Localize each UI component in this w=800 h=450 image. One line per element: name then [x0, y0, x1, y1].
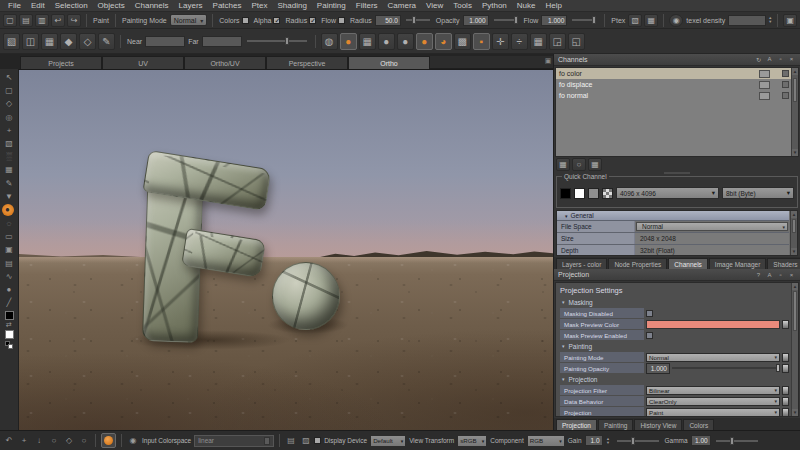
channels-panel-titlebar[interactable]: Channels ↻A▫×: [554, 54, 800, 66]
texel-density-field[interactable]: [728, 15, 766, 26]
opacity-field[interactable]: 1.000: [463, 15, 489, 26]
float-panel-icon[interactable]: ▫: [776, 272, 785, 278]
mirror-y-icon[interactable]: ÷: [511, 33, 528, 50]
shadow-toggle-icon[interactable]: ▦: [359, 33, 376, 50]
slice-tool[interactable]: ╱: [2, 296, 17, 309]
viewport-tab-ortho[interactable]: Ortho: [348, 56, 430, 69]
move-tool[interactable]: +: [2, 124, 17, 137]
dock-tab-channels[interactable]: Channels: [668, 258, 707, 269]
tab-overflow-icon[interactable]: ▣: [543, 57, 553, 67]
channel-row[interactable]: fo normal: [556, 90, 798, 101]
viewport-tab-ortho-uv[interactable]: Ortho/UV: [184, 56, 266, 69]
display-device-dropdown[interactable]: Default▾: [370, 435, 406, 447]
menu-nuke[interactable]: Nuke: [512, 0, 541, 11]
pan-tool[interactable]: ◇: [2, 97, 17, 110]
menu-painting[interactable]: Painting: [312, 0, 351, 11]
paint-target-icon[interactable]: ●: [416, 33, 433, 50]
close-panel-icon[interactable]: ×: [787, 56, 796, 63]
gamma-slider[interactable]: [716, 440, 758, 442]
eraser-tool[interactable]: ▭: [2, 230, 17, 243]
paint-tool[interactable]: ●: [2, 204, 14, 216]
menu-edit[interactable]: Edit: [26, 0, 50, 11]
menu-ptex[interactable]: Ptex: [246, 0, 272, 11]
menu-view[interactable]: View: [421, 0, 448, 11]
snapshot-channel-icon[interactable]: ○: [572, 158, 586, 171]
remove-channel-icon[interactable]: ▦: [588, 158, 602, 171]
ptex-fill-icon[interactable]: ▧: [628, 14, 642, 27]
input-colorspace-field[interactable]: linear: [194, 435, 274, 447]
screenshot-icon[interactable]: ▤: [285, 435, 297, 447]
painting-mode-dropdown[interactable]: Normal▾: [646, 353, 780, 362]
menu-shading[interactable]: Shading: [272, 0, 311, 11]
screen-grid-icon[interactable]: ▩: [454, 33, 471, 50]
texel-density-spinner[interactable]: ▲▼: [768, 15, 772, 26]
drop-view-icon[interactable]: ↓: [33, 435, 45, 447]
general-section-header[interactable]: General: [557, 211, 789, 221]
viewport-tab-projects[interactable]: Projects: [20, 56, 102, 69]
uv-view-icon[interactable]: ▧: [3, 33, 20, 50]
reset-button[interactable]: [782, 397, 789, 406]
projection-scrollbar[interactable]: ▲▼: [791, 283, 798, 416]
mesh-icon[interactable]: ◆: [60, 33, 77, 50]
viewport-canvas[interactable]: [18, 69, 553, 430]
menu-channels[interactable]: Channels: [130, 0, 174, 11]
menu-python[interactable]: Python: [477, 0, 512, 11]
float-panel-icon[interactable]: ▫: [776, 56, 785, 63]
channel-row[interactable]: fo displace: [556, 79, 798, 90]
sphere-tool[interactable]: ●: [2, 283, 17, 296]
quick-white-swatch[interactable]: [574, 188, 585, 199]
properties-scrollbar[interactable]: ▲▼: [790, 211, 797, 255]
mirror-x-icon[interactable]: ✛: [492, 33, 509, 50]
eyedropper-tool[interactable]: ▼: [2, 190, 17, 203]
size-grid-icon[interactable]: ▣: [783, 14, 797, 27]
refresh-icon[interactable]: ↻: [754, 56, 763, 63]
toggle-colors-checkbox[interactable]: [242, 17, 249, 24]
brush-tool[interactable]: ✎: [2, 177, 17, 190]
toggle-flow-checkbox[interactable]: [338, 17, 345, 24]
channel-visibility-icon[interactable]: [782, 70, 789, 77]
clip-slider[interactable]: [247, 40, 307, 42]
paint-buffer-soft-icon[interactable]: ●: [397, 33, 414, 50]
zoom-tool[interactable]: ◎: [2, 111, 17, 124]
quick-checker-swatch[interactable]: [602, 188, 613, 199]
section-header-projection[interactable]: Projection: [562, 375, 789, 383]
quick-gray-swatch[interactable]: [588, 188, 599, 199]
pixel-snap-icon[interactable]: ▪: [473, 33, 490, 50]
view-transform-dropdown[interactable]: sRGB▾: [457, 435, 487, 447]
lighting-basic-icon[interactable]: ●: [340, 33, 357, 50]
painting-mode-dropdown[interactable]: Normal▾: [170, 14, 208, 26]
mirror-grid-icon[interactable]: ▦: [530, 33, 547, 50]
reset-button[interactable]: [782, 353, 789, 362]
quick-size-dropdown[interactable]: 4096 x 4096▾: [616, 187, 719, 199]
new-project-icon[interactable]: ▢: [3, 14, 17, 27]
mask-preview-enabled-checkbox[interactable]: [646, 332, 653, 339]
paint-buffer-gray-icon[interactable]: ●: [378, 33, 395, 50]
menu-layers[interactable]: Layers: [174, 0, 208, 11]
toggle-alpha-checkbox[interactable]: ✓: [273, 17, 280, 24]
dock-tab-colors[interactable]: Colors: [683, 419, 714, 430]
reset-view-icon[interactable]: ○: [78, 435, 90, 447]
save-project-icon[interactable]: ▥: [35, 14, 49, 27]
data-behavior-dropdown[interactable]: ClearOnly▾: [646, 397, 780, 406]
channel-list-scrollbar[interactable]: ▲▼: [791, 68, 798, 156]
export-ptex-icon[interactable]: ↪: [67, 14, 81, 27]
spray-tool[interactable]: ░: [2, 150, 17, 163]
component-dropdown[interactable]: RGB▾: [527, 435, 565, 447]
painting-opacity-field[interactable]: 1.000: [646, 363, 670, 374]
gain-spinner[interactable]: ▲▼: [605, 435, 612, 446]
select-tool[interactable]: ↖: [2, 71, 17, 84]
paint-through-icon[interactable]: ◕: [435, 33, 452, 50]
dock-tab-node-properties[interactable]: Node Properties: [608, 258, 667, 269]
menu-camera[interactable]: Camera: [383, 0, 421, 11]
dock-tab-projection[interactable]: Projection: [556, 419, 597, 430]
open-project-icon[interactable]: ▤: [19, 14, 33, 27]
brush-preview-icon[interactable]: ✎: [98, 33, 115, 50]
menu-filters[interactable]: Filters: [351, 0, 383, 11]
channel-row[interactable]: fo color: [556, 68, 798, 79]
add-channel-icon[interactable]: ▦: [556, 158, 570, 171]
gain-slider[interactable]: [617, 440, 659, 442]
gradient-tool[interactable]: ▤: [2, 256, 17, 269]
clone-stamp-tool[interactable]: ▣: [2, 243, 17, 256]
menu-patches[interactable]: Patches: [208, 0, 247, 11]
menu-file[interactable]: File: [3, 0, 26, 11]
